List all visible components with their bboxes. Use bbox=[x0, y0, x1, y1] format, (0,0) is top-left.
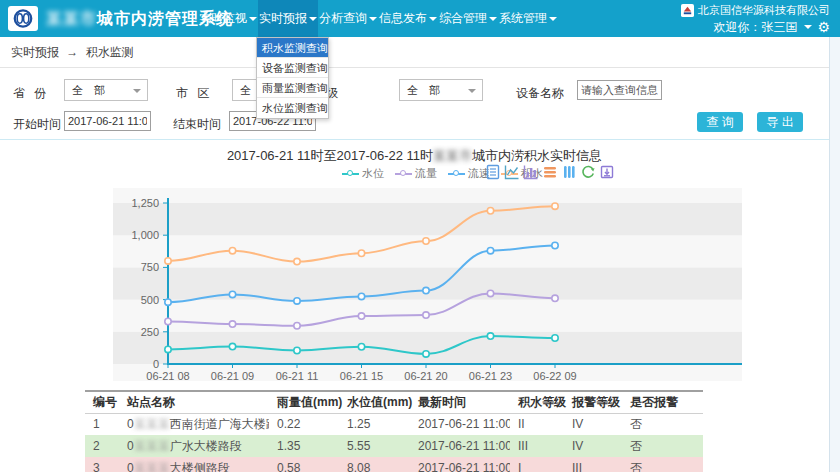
svg-text:06-21 20: 06-21 20 bbox=[404, 370, 447, 382]
table-row: 1 0某某某西南街道广海大楼路段 0.22 1.25 2017-06-21 11… bbox=[85, 413, 703, 435]
menu-item-analysis-query[interactable]: 分析查询 bbox=[318, 0, 378, 37]
stacked-view-icon[interactable] bbox=[542, 164, 558, 180]
legend-marker bbox=[448, 170, 465, 178]
top-navbar: 某某市城市内涝管理系统 实时监视 实时预报 分析查询 信息发布 综合管理 系统管… bbox=[0, 0, 840, 37]
svg-text:06-21 11: 06-21 11 bbox=[276, 370, 319, 382]
chevron-down-icon bbox=[133, 89, 141, 93]
company-logo-icon bbox=[681, 4, 694, 17]
tiled-view-icon[interactable] bbox=[561, 164, 577, 180]
menu-item-realtime-monitor[interactable]: 实时监视 bbox=[198, 0, 258, 37]
chart-title: 2017-06-21 11时至2017-06-22 11时某某市城市内涝积水实时… bbox=[0, 147, 829, 165]
cell-no: 1 bbox=[85, 413, 119, 435]
cell-time: 2017-06-21 11:00:00 bbox=[410, 413, 510, 435]
col-header-alarm-grade: 报警等级 bbox=[564, 391, 622, 413]
censored-city-name: 某某市 bbox=[433, 148, 472, 163]
device-name-input[interactable] bbox=[577, 80, 662, 100]
cell-waterlevel: 8.08 bbox=[339, 457, 410, 472]
chart-toolbox bbox=[485, 164, 615, 180]
gear-icon[interactable]: ⚙ bbox=[817, 20, 830, 34]
cell-no: 3 bbox=[85, 457, 119, 472]
col-header-no: 编号 bbox=[85, 391, 119, 413]
county-select[interactable]: 全 部 bbox=[399, 79, 483, 101]
col-header-station: 站点名称 bbox=[119, 391, 269, 413]
dropdown-item-water-monitor-query[interactable]: 积水监测查询 bbox=[257, 38, 328, 58]
province-select[interactable]: 全 部 bbox=[64, 79, 148, 101]
svg-text:500: 500 bbox=[141, 294, 159, 306]
legend-item-flow[interactable]: 流量 bbox=[395, 166, 437, 181]
start-time-label: 开始时间 bbox=[13, 116, 61, 133]
cell-pond-grade: II bbox=[510, 413, 564, 435]
device-name-label: 设备名称 bbox=[516, 85, 564, 102]
cell-pond-grade: I bbox=[510, 457, 564, 472]
col-header-rain: 雨量值(mm) bbox=[269, 391, 339, 413]
restore-icon[interactable] bbox=[580, 164, 596, 180]
svg-text:1,000: 1,000 bbox=[131, 229, 159, 241]
legend-item-water-level[interactable]: 水位 bbox=[342, 166, 384, 181]
svg-text:06-21 15: 06-21 15 bbox=[340, 370, 383, 382]
company-name: 北京国信华源科技有限公司 bbox=[681, 3, 830, 18]
cell-alerted: 否 bbox=[622, 457, 703, 472]
chevron-down-icon bbox=[489, 17, 497, 21]
cell-alarm-grade: IV bbox=[564, 413, 622, 435]
chevron-down-icon bbox=[429, 17, 437, 21]
svg-text:06-21 23: 06-21 23 bbox=[469, 370, 512, 382]
svg-text:0: 0 bbox=[153, 358, 159, 370]
export-button[interactable]: 导 出 bbox=[757, 112, 803, 132]
menu-item-info-publish[interactable]: 信息发布 bbox=[378, 0, 438, 37]
dropdown-item-device-monitor-query[interactable]: 设备监测查询 bbox=[257, 58, 328, 78]
start-time-input[interactable] bbox=[64, 111, 151, 131]
col-header-pond-grade: 积水等级 bbox=[510, 391, 564, 413]
table-row: 3 0某某某大楼侧路段 0.58 8.08 2017-06-21 11:00:0… bbox=[85, 457, 703, 472]
col-header-time: 最新时间 bbox=[410, 391, 510, 413]
breadcrumb-separator: → bbox=[66, 45, 78, 59]
cell-rain: 0.22 bbox=[269, 413, 339, 435]
cell-waterlevel: 1.25 bbox=[339, 413, 410, 435]
menu-item-realtime-forecast[interactable]: 实时预报 bbox=[258, 0, 318, 37]
forecast-dropdown-menu: 积水监测查询 设备监测查询 雨量监测查询 水位监测查询 bbox=[256, 37, 329, 119]
dropdown-item-rain-monitor-query[interactable]: 雨量监测查询 bbox=[257, 78, 328, 98]
cell-time: 2017-06-21 11:00:00 bbox=[410, 435, 510, 457]
cell-rain: 0.58 bbox=[269, 457, 339, 472]
dropdown-item-level-monitor-query[interactable]: 水位监测查询 bbox=[257, 98, 328, 118]
menu-item-system-manage[interactable]: 系统管理 bbox=[498, 0, 558, 37]
cell-alarm-grade: IV bbox=[564, 435, 622, 457]
breadcrumb-current: 积水监测 bbox=[86, 45, 134, 59]
end-time-label: 结束时间 bbox=[173, 116, 221, 133]
breadcrumb: 实时预报 → 积水监测 bbox=[0, 37, 829, 68]
cell-waterlevel: 5.55 bbox=[339, 435, 410, 457]
svg-text:250: 250 bbox=[141, 326, 159, 338]
chevron-down-icon bbox=[804, 25, 812, 29]
query-button[interactable]: 查 询 bbox=[697, 112, 743, 132]
navbar-right: 北京国信华源科技有限公司 欢迎你：张三国 ⚙ bbox=[681, 3, 830, 35]
menu-item-general-manage[interactable]: 综合管理 bbox=[438, 0, 498, 37]
bar-chart-icon[interactable] bbox=[523, 164, 539, 180]
save-image-icon[interactable] bbox=[599, 164, 615, 180]
line-chart-canvas: 02505007501,0001,25006-21 0806-21 0906-2… bbox=[95, 183, 745, 385]
chevron-down-icon bbox=[249, 17, 257, 21]
stations-table: 编号 站点名称 雨量值(mm) 水位值(mm) 最新时间 积水等级 报警等级 是… bbox=[85, 390, 703, 472]
line-chart-icon[interactable] bbox=[504, 164, 520, 180]
col-header-waterlevel: 水位值(mm) bbox=[339, 391, 410, 413]
legend-marker bbox=[342, 170, 359, 178]
svg-text:06-22 09: 06-22 09 bbox=[533, 370, 576, 382]
chevron-down-icon bbox=[309, 17, 317, 21]
svg-text:06-21 09: 06-21 09 bbox=[211, 370, 254, 382]
cell-time: 2017-06-21 11:00:00 bbox=[410, 457, 510, 472]
breadcrumb-parent[interactable]: 实时预报 bbox=[11, 45, 59, 59]
vertical-scrollbar[interactable] bbox=[829, 37, 840, 472]
city-label: 市 区 bbox=[176, 85, 212, 102]
user-menu[interactable]: 欢迎你：张三国 ⚙ bbox=[681, 19, 830, 35]
data-view-icon[interactable] bbox=[485, 164, 501, 180]
legend-item-velocity[interactable]: 流速 bbox=[448, 166, 490, 181]
table-row: 2 0某某某广水大楼路段 1.35 5.55 2017-06-21 11:00:… bbox=[85, 435, 703, 457]
cell-station-name: 0某某某大楼侧路段 bbox=[119, 457, 269, 472]
table-header-row: 编号 站点名称 雨量值(mm) 水位值(mm) 最新时间 积水等级 报警等级 是… bbox=[85, 391, 703, 413]
chevron-down-icon bbox=[369, 17, 377, 21]
legend-marker bbox=[395, 170, 412, 178]
main-menu: 实时监视 实时预报 分析查询 信息发布 综合管理 系统管理 bbox=[198, 0, 558, 37]
cell-rain: 1.35 bbox=[269, 435, 339, 457]
section-divider bbox=[0, 139, 829, 140]
app-logo-icon bbox=[8, 6, 38, 31]
cell-station-name: 0某某某广水大楼路段 bbox=[119, 435, 269, 457]
cell-alerted: 否 bbox=[622, 413, 703, 435]
